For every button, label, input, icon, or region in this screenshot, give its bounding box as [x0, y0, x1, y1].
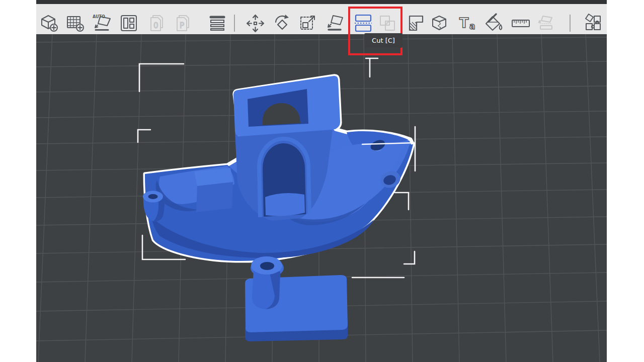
viewport-canvas — [36, 34, 607, 362]
plugins-button[interactable] — [581, 12, 603, 34]
paste-objects-button: P — [172, 12, 194, 34]
color-painting-button[interactable] — [482, 12, 504, 34]
lay-on-face-button[interactable] — [325, 12, 347, 34]
main-toolbar: AUTO — [36, 4, 607, 34]
svg-text:0: 0 — [153, 21, 158, 30]
svg-text:T: T — [459, 15, 469, 31]
puzzle-icon — [586, 14, 600, 30]
benchy-boat-model[interactable] — [143, 76, 413, 261]
cut-icon — [355, 15, 372, 31]
seam-painting-button[interactable] — [428, 12, 450, 34]
cracked-cube-icon — [433, 16, 446, 30]
add-object-button[interactable] — [38, 12, 60, 34]
svg-text:a: a — [469, 21, 475, 31]
add-cube-icon — [42, 16, 57, 31]
assembly-view-button — [536, 12, 558, 34]
add-plate-button[interactable] — [64, 12, 86, 34]
auto-orient-button[interactable]: AUTO — [92, 12, 114, 34]
lay-flat-icon — [328, 16, 343, 30]
deck-box — [194, 168, 233, 212]
cut-tooltip: Cut [C] — [364, 33, 403, 48]
viewport-3d[interactable] — [36, 34, 607, 362]
variable-layer-height-button[interactable] — [206, 12, 228, 34]
layers-icon — [211, 17, 224, 30]
text-icon: T a — [459, 15, 475, 31]
move-icon — [247, 15, 264, 32]
scale-button[interactable] — [297, 12, 319, 34]
move-button[interactable] — [244, 12, 266, 34]
measure-button[interactable] — [510, 12, 532, 34]
add-plate-icon — [67, 17, 84, 31]
toolbar-separator-1 — [234, 15, 235, 32]
arrange-icon — [121, 16, 136, 31]
toolbar-separator-2 — [570, 15, 571, 32]
support-paint-icon — [410, 16, 423, 30]
paste-pages-icon: P — [177, 16, 189, 31]
window-top-strip — [36, 0, 607, 4]
arrange-button[interactable] — [118, 12, 140, 34]
paint-bucket-icon — [486, 14, 502, 30]
assembly-icon — [539, 16, 552, 29]
copy-pages-icon: 0 — [151, 16, 163, 31]
slicer-window: AUTO — [36, 0, 607, 362]
cut-tooltip-text: Cut [C] — [372, 37, 395, 44]
cut-button[interactable] — [352, 12, 374, 34]
auto-orient-icon: AUTO — [93, 15, 110, 30]
boolean-icon — [380, 16, 394, 30]
ruler-icon — [512, 20, 529, 27]
rotate-button[interactable] — [271, 12, 293, 34]
cut-piece-model[interactable] — [245, 256, 348, 341]
copy-objects-button: 0 — [146, 12, 168, 34]
mesh-boolean-button — [376, 12, 398, 34]
scale-icon — [301, 16, 314, 29]
paint-support-button[interactable] — [405, 12, 427, 34]
rotate-icon — [276, 15, 289, 29]
screenshot-page: AUTO — [0, 0, 644, 362]
svg-text:P: P — [180, 21, 184, 30]
text-tool-button[interactable]: T a — [457, 12, 479, 34]
